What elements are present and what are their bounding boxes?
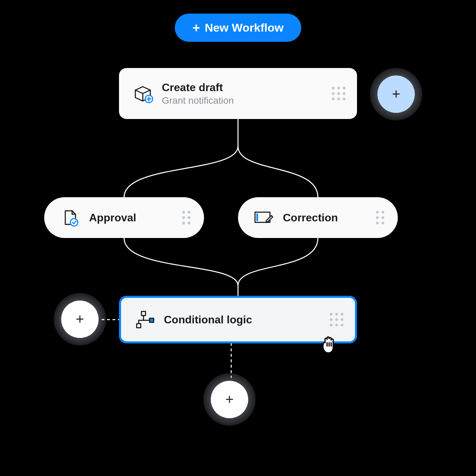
box-plus-icon [131, 83, 155, 104]
add-node-button-left[interactable]: + [61, 301, 99, 338]
node-create-draft[interactable]: Create draft Grant notification [119, 68, 357, 119]
svg-rect-3 [256, 214, 258, 221]
add-node-button-right[interactable]: + [377, 75, 415, 113]
node-title: Correction [283, 211, 369, 224]
document-check-icon [58, 208, 82, 227]
node-title: Approval [89, 211, 175, 224]
svg-rect-6 [150, 318, 154, 322]
node-approval[interactable]: Approval [44, 197, 204, 238]
node-title: Create draft [162, 81, 325, 94]
drag-handle-icon[interactable] [332, 87, 345, 100]
node-subtitle: Grant notification [162, 95, 325, 106]
node-conditional-logic[interactable]: Conditional logic [119, 296, 357, 343]
drag-handle-icon[interactable] [330, 313, 343, 326]
plus-icon: + [192, 21, 200, 34]
drag-handle-icon[interactable] [182, 211, 190, 224]
node-title: Conditional logic [164, 313, 323, 326]
plus-icon: + [76, 311, 84, 327]
plus-icon: + [392, 86, 401, 102]
new-workflow-label: New Workflow [205, 21, 284, 34]
add-node-button-bottom[interactable]: + [211, 381, 248, 418]
svg-point-1 [70, 219, 78, 226]
svg-rect-5 [137, 324, 141, 328]
branch-icon [133, 309, 157, 330]
plus-icon: + [225, 391, 234, 408]
document-edit-icon [252, 209, 276, 226]
new-workflow-button[interactable]: + New Workflow [175, 14, 301, 42]
node-correction[interactable]: Correction [238, 197, 398, 238]
svg-rect-4 [141, 311, 146, 316]
drag-handle-icon[interactable] [376, 211, 384, 224]
